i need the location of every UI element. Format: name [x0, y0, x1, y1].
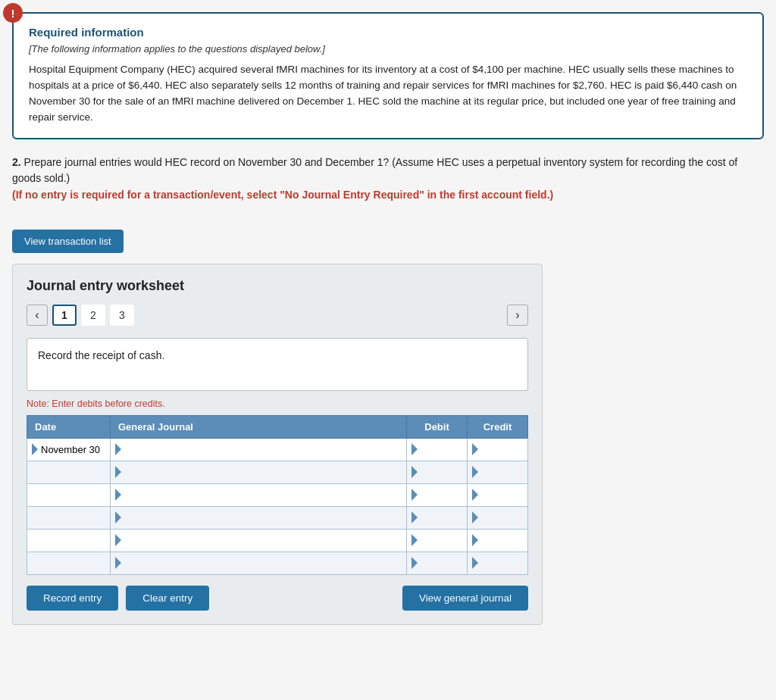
credit-cell[interactable] [468, 438, 528, 461]
credit-input[interactable] [481, 489, 523, 501]
table-row [27, 461, 528, 483]
journal-input[interactable] [124, 535, 402, 546]
view-general-journal-button[interactable]: View general journal [402, 586, 528, 611]
view-transaction-list-button[interactable]: View transaction list [12, 230, 124, 253]
journal-input[interactable] [124, 512, 402, 523]
date-input[interactable] [32, 535, 105, 546]
journal-input[interactable] [124, 489, 402, 501]
debit-cell[interactable] [407, 506, 468, 529]
journal-table: Date General Journal Debit Credit [27, 415, 528, 575]
info-box: ! Required information [The following in… [12, 12, 764, 139]
credit-cell[interactable] [468, 552, 528, 574]
row-indicator-icon [472, 534, 478, 546]
credit-cell[interactable] [468, 506, 528, 529]
table-row [27, 529, 528, 552]
date-input[interactable] [41, 444, 105, 455]
journal-input[interactable] [124, 467, 402, 478]
page-3[interactable]: 3 [110, 305, 134, 326]
credit-input[interactable] [481, 512, 523, 523]
credit-cell[interactable] [468, 529, 528, 552]
journal-input[interactable] [124, 444, 402, 455]
journal-cell[interactable] [111, 529, 407, 552]
description-box: Record the receipt of cash. [27, 338, 528, 391]
row-indicator-icon [411, 534, 418, 546]
row-indicator-icon [115, 466, 121, 478]
next-page-button[interactable]: › [507, 305, 528, 326]
credit-input[interactable] [481, 535, 523, 546]
debit-input[interactable] [421, 444, 462, 455]
date-cell[interactable] [27, 506, 111, 529]
col-credit: Credit [468, 415, 528, 438]
worksheet-container: Journal entry worksheet ‹ 1 2 3 › Record… [12, 264, 543, 625]
row-indicator-icon [115, 489, 121, 501]
col-date: Date [27, 415, 111, 438]
debit-cell[interactable] [407, 529, 468, 552]
date-cell[interactable] [27, 483, 111, 506]
info-subtitle: [The following information applies to th… [29, 43, 747, 55]
debit-input[interactable] [421, 558, 462, 569]
debit-cell[interactable] [407, 483, 468, 506]
question-red-text: (If no entry is required for a transacti… [12, 189, 553, 201]
pagination: ‹ 1 2 3 › [27, 305, 528, 326]
row-indicator-icon [411, 489, 418, 501]
debit-input[interactable] [421, 489, 462, 501]
question-section: 2. Prepare journal entries would HEC rec… [12, 155, 764, 204]
credit-input[interactable] [481, 444, 523, 455]
debit-input[interactable] [421, 512, 462, 523]
date-cell[interactable] [27, 438, 111, 461]
col-debit: Debit [407, 415, 468, 438]
date-input[interactable] [32, 558, 105, 569]
credit-cell[interactable] [468, 483, 528, 506]
journal-cell[interactable] [111, 506, 407, 529]
journal-cell[interactable] [111, 552, 407, 574]
row-indicator-icon [472, 489, 478, 501]
page-1[interactable]: 1 [52, 305, 77, 326]
note-text: Note: Enter debits before credits. [27, 398, 528, 409]
row-indicator-icon [472, 466, 478, 478]
debit-cell[interactable] [407, 438, 468, 461]
journal-cell[interactable] [111, 438, 407, 461]
prev-page-button[interactable]: ‹ [27, 305, 48, 326]
row-indicator-icon [411, 557, 418, 569]
journal-input[interactable] [124, 558, 402, 569]
row-indicator-icon [411, 466, 418, 478]
debit-input[interactable] [421, 535, 462, 546]
description-text: Record the receipt of cash. [38, 349, 164, 361]
table-row [27, 552, 528, 574]
action-buttons: Record entry Clear entry View general jo… [27, 586, 528, 611]
question-number: 2. [12, 156, 21, 168]
credit-input[interactable] [481, 467, 523, 478]
date-input[interactable] [32, 467, 105, 478]
debit-input[interactable] [421, 467, 462, 478]
date-cell[interactable] [27, 529, 111, 552]
row-indicator-icon [115, 557, 121, 569]
row-indicator-icon [472, 443, 478, 455]
row-indicator-icon [411, 443, 418, 455]
date-cell[interactable] [27, 461, 111, 483]
row-indicator-icon [115, 511, 121, 523]
date-input[interactable] [32, 512, 105, 523]
page-2[interactable]: 2 [81, 305, 105, 326]
question-text: Prepare journal entries would HEC record… [12, 156, 737, 185]
clear-entry-button[interactable]: Clear entry [126, 586, 209, 611]
table-row [27, 483, 528, 506]
col-general-journal: General Journal [111, 415, 407, 438]
info-body: Hospital Equipment Company (HEC) acquire… [29, 62, 747, 126]
journal-cell[interactable] [111, 461, 407, 483]
credit-cell[interactable] [468, 461, 528, 483]
table-row [27, 506, 528, 529]
table-row [27, 438, 528, 461]
row-indicator-icon [411, 511, 418, 523]
journal-cell[interactable] [111, 483, 407, 506]
row-indicator-icon [115, 534, 121, 546]
row-indicator-icon [472, 557, 478, 569]
debit-cell[interactable] [407, 552, 468, 574]
row-indicator-icon [32, 443, 38, 455]
info-title: Required information [29, 26, 747, 39]
date-input[interactable] [32, 489, 105, 501]
record-entry-button[interactable]: Record entry [27, 586, 118, 611]
alert-icon: ! [3, 3, 23, 23]
debit-cell[interactable] [407, 461, 468, 483]
credit-input[interactable] [481, 558, 523, 569]
date-cell[interactable] [27, 552, 111, 574]
